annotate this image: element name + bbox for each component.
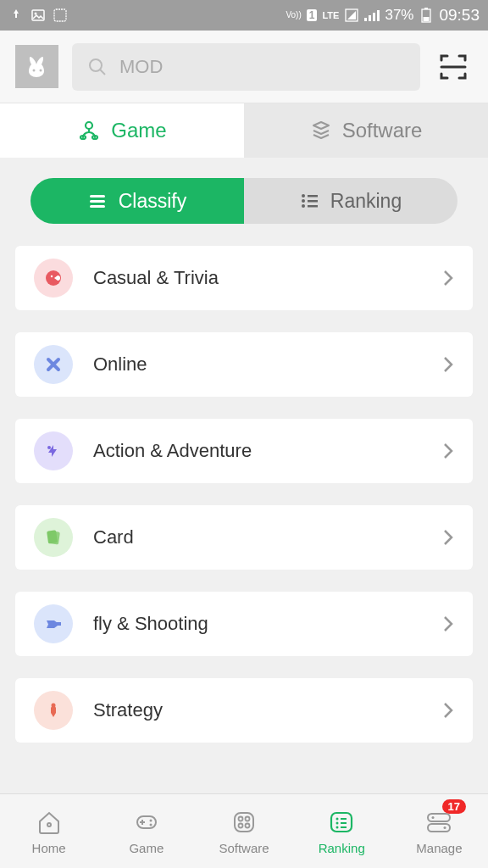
tab-game[interactable]: Game	[0, 103, 244, 158]
svg-point-11	[32, 69, 35, 71]
category-icon	[34, 518, 73, 557]
category-label: Strategy	[93, 699, 422, 721]
category-icon	[34, 604, 73, 643]
subtab-ranking[interactable]: Ranking	[244, 178, 458, 224]
svg-rect-5	[369, 15, 371, 21]
sub-tabs: Classify Ranking	[0, 158, 488, 246]
svg-rect-6	[373, 13, 375, 21]
chevron-right-icon	[442, 442, 454, 460]
search-input[interactable]: MOD	[72, 43, 420, 91]
nav-manage-label: Manage	[416, 841, 462, 855]
category-label: Casual & Trivia	[93, 267, 422, 289]
search-icon	[87, 57, 108, 77]
svg-point-52	[432, 816, 435, 819]
home-icon	[36, 809, 63, 836]
svg-point-29	[51, 275, 53, 277]
chevron-right-icon	[442, 355, 454, 374]
chevron-right-icon	[442, 528, 454, 547]
category-list: Casual & TriviaOnlineAction & AdventureC…	[0, 246, 488, 743]
layers-icon	[310, 120, 332, 142]
svg-rect-33	[56, 622, 61, 626]
svg-point-43	[246, 824, 250, 828]
tab-game-label: Game	[111, 119, 166, 142]
svg-rect-53	[428, 824, 450, 832]
nav-software[interactable]: Software	[195, 794, 292, 868]
apps-icon	[230, 809, 258, 836]
svg-point-16	[86, 122, 92, 129]
manage-badge: 17	[442, 799, 466, 814]
subtab-classify-label: Classify	[119, 190, 187, 213]
category-item[interactable]: fly & Shooting	[15, 592, 473, 656]
nav-home[interactable]: Home	[0, 794, 97, 868]
main-tabs: Game Software	[0, 103, 488, 158]
svg-point-38	[149, 824, 152, 826]
category-item[interactable]: Strategy	[15, 678, 473, 743]
svg-rect-10	[424, 17, 430, 21]
category-label: Action & Adventure	[93, 440, 422, 462]
category-item[interactable]: Online	[15, 332, 473, 397]
bottom-nav: Home Game Software Ranking 17 Manage	[0, 793, 488, 868]
svg-point-12	[39, 69, 42, 71]
svg-rect-21	[90, 205, 105, 208]
grid-icon	[53, 8, 68, 23]
svg-point-37	[149, 820, 152, 822]
nav-ranking[interactable]: Ranking	[293, 794, 391, 868]
nav-game[interactable]: Game	[97, 794, 195, 868]
status-bar: Vo)) 1 LTE 37% 09:53	[0, 0, 488, 31]
svg-rect-51	[428, 814, 450, 821]
svg-point-40	[239, 817, 243, 821]
svg-rect-23	[308, 195, 318, 198]
gamepad-icon	[77, 119, 101, 142]
nav-game-label: Game	[129, 841, 164, 855]
category-icon	[34, 431, 73, 470]
category-item[interactable]: Card	[15, 505, 473, 570]
classify-icon	[88, 193, 107, 209]
chevron-right-icon	[442, 701, 454, 720]
signal-icon	[344, 8, 359, 23]
tab-software[interactable]: Software	[244, 103, 488, 158]
nav-home-label: Home	[32, 841, 66, 855]
battery-icon	[419, 8, 434, 23]
notification-icon	[8, 8, 24, 23]
chevron-right-icon	[442, 269, 454, 287]
nav-software-label: Software	[219, 841, 269, 855]
controller-icon	[133, 809, 160, 836]
category-icon	[34, 345, 73, 384]
nav-manage[interactable]: 17 Manage	[391, 794, 488, 868]
svg-rect-27	[308, 205, 318, 208]
svg-rect-19	[90, 195, 105, 198]
svg-rect-39	[235, 813, 253, 832]
svg-point-49	[336, 826, 339, 829]
app-logo[interactable]	[15, 45, 58, 88]
svg-point-22	[302, 194, 305, 198]
svg-point-24	[302, 199, 305, 203]
app-header: MOD	[0, 31, 488, 103]
volte-indicator: Vo))	[286, 11, 301, 19]
svg-point-47	[336, 822, 339, 825]
svg-point-45	[336, 818, 339, 821]
svg-point-54	[444, 826, 446, 829]
ranking-icon	[300, 193, 319, 209]
nav-ranking-label: Ranking	[319, 841, 365, 855]
subtab-ranking-label: Ranking	[330, 190, 402, 213]
svg-rect-25	[308, 200, 318, 203]
svg-point-42	[239, 824, 243, 828]
svg-point-41	[246, 817, 250, 821]
svg-rect-4	[364, 18, 367, 21]
svg-point-30	[47, 446, 51, 449]
list-icon	[328, 809, 355, 836]
scan-button[interactable]	[434, 47, 473, 86]
lte-indicator: LTE	[322, 10, 339, 20]
svg-point-26	[302, 204, 305, 208]
category-item[interactable]: Casual & Trivia	[15, 246, 473, 310]
svg-rect-2	[54, 9, 66, 21]
svg-rect-32	[49, 531, 60, 544]
subtab-classify[interactable]: Classify	[30, 178, 244, 224]
svg-rect-0	[32, 10, 44, 20]
category-label: Card	[93, 526, 422, 548]
svg-point-35	[47, 823, 51, 826]
category-item[interactable]: Action & Adventure	[15, 419, 473, 483]
svg-point-13	[90, 59, 102, 71]
battery-percent: 37%	[385, 7, 413, 24]
category-icon	[34, 259, 73, 298]
